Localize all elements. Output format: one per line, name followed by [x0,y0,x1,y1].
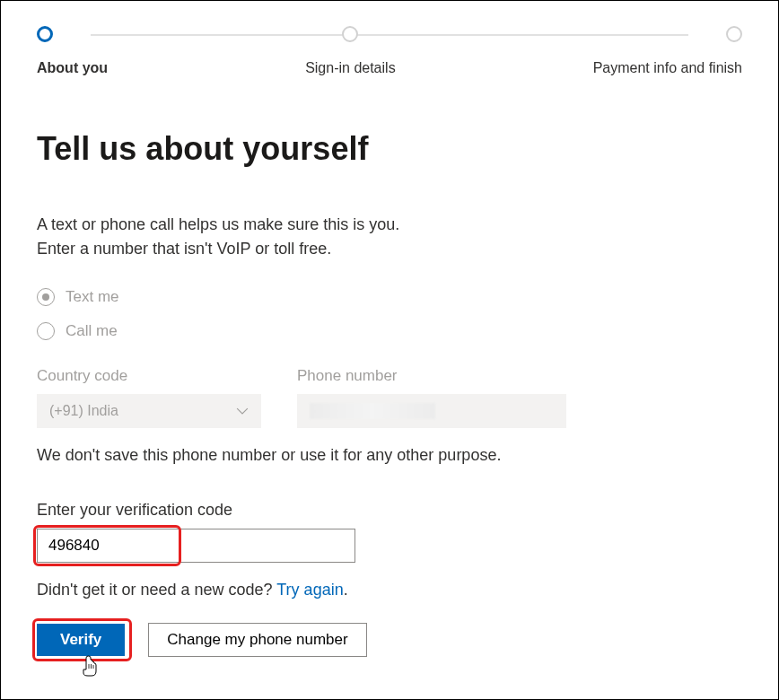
privacy-note: We don't save this phone number or use i… [37,446,742,465]
country-code-select[interactable]: (+91) India [37,394,261,428]
verification-code-label: Enter your verification code [37,501,742,520]
contact-method-radio-group: Text me Call me [37,288,742,340]
step-payment: Payment info and finish [593,26,742,76]
country-code-value: (+91) India [49,403,118,419]
resend-suffix: . [344,581,348,599]
step-sign-in: Sign-in details [108,26,593,76]
radio-label: Call me [66,322,118,340]
radio-circle-icon [37,288,55,306]
chevron-down-icon [236,405,249,417]
verification-code-input[interactable] [37,529,355,563]
instructions: A text or phone call helps us make sure … [37,213,742,261]
step-circle-active [37,26,53,42]
country-code-field: Country code (+91) India [37,367,261,428]
step-circle [726,26,742,42]
verification-input-wrap [37,529,355,563]
radio-circle-icon [37,322,55,340]
radio-call-me[interactable]: Call me [37,322,742,340]
step-label: Sign-in details [305,60,396,76]
radio-text-me[interactable]: Text me [37,288,742,306]
country-code-label: Country code [37,367,261,385]
phone-number-field: Phone number [297,367,566,428]
radio-label: Text me [66,288,119,306]
step-label: Payment info and finish [593,60,742,76]
cursor-pointer-icon [81,655,99,677]
instructions-line-2: Enter a number that isn't VoIP or toll f… [37,237,742,261]
button-row: Verify Change my phone number [37,623,742,657]
phone-redacted [310,403,435,419]
verify-button[interactable]: Verify [37,624,125,656]
step-label: About you [37,60,108,76]
try-again-link[interactable]: Try again [276,581,343,599]
progress-stepper: About you Sign-in details Payment info a… [37,26,742,76]
phone-number-label: Phone number [297,367,566,385]
resend-prompt: Didn't get it or need a new code? Try ag… [37,581,742,599]
page-heading: Tell us about yourself [37,130,742,168]
phone-number-input[interactable] [297,394,566,428]
instructions-line-1: A text or phone call helps us make sure … [37,213,742,237]
phone-fields-row: Country code (+91) India Phone number [37,367,742,428]
step-circle [342,26,358,42]
change-phone-button[interactable]: Change my phone number [148,623,366,657]
resend-text: Didn't get it or need a new code? [37,581,276,599]
step-about-you: About you [37,26,108,76]
